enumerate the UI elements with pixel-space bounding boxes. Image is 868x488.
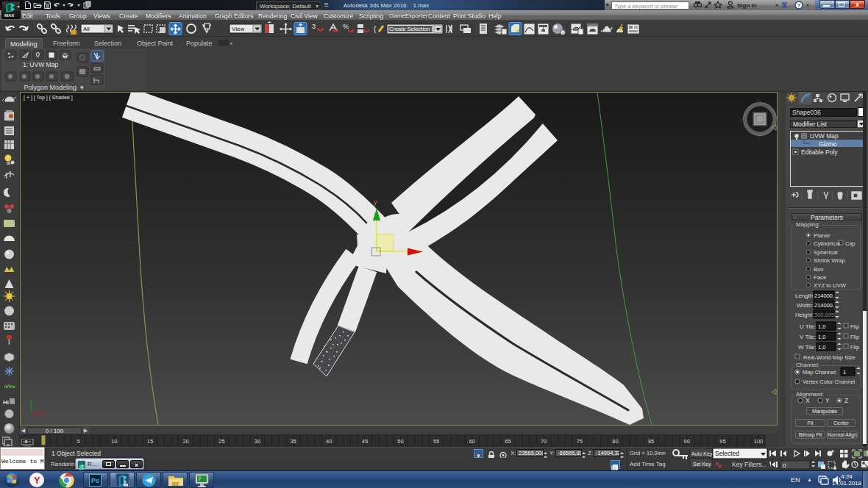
svg-text:Flip: Flip (850, 323, 859, 330)
svg-text:1,0: 1,0 (818, 334, 825, 340)
svg-text:%: % (343, 23, 349, 30)
svg-text:0: 0 (783, 462, 786, 469)
svg-text:Auto Key: Auto Key (691, 451, 713, 457)
svg-text:55: 55 (433, 438, 439, 445)
svg-text:U Tile:: U Tile: (800, 323, 817, 330)
svg-text:Face: Face (814, 274, 826, 281)
svg-text:60: 60 (469, 438, 475, 445)
svg-text:MAX: MAX (4, 13, 14, 18)
svg-text:Length:: Length: (795, 293, 815, 299)
svg-text:Selected: Selected (715, 450, 739, 457)
svg-text:80: 80 (612, 438, 618, 445)
svg-text:3: 3 (312, 23, 316, 30)
svg-text:Cap: Cap (845, 240, 855, 247)
svg-text:300,695: 300,695 (814, 312, 834, 318)
svg-text:45: 45 (362, 438, 368, 445)
svg-text:75: 75 (577, 438, 583, 445)
svg-text:Key Filters...: Key Filters... (732, 461, 766, 468)
svg-text:Real-World Map Size: Real-World Map Size (803, 354, 855, 361)
svg-text:30: 30 (255, 438, 260, 445)
svg-text:1,0: 1,0 (818, 323, 825, 330)
svg-text:95: 95 (719, 438, 725, 445)
svg-text:Set Key: Set Key (693, 462, 711, 467)
svg-text:Cylindrical: Cylindrical (814, 240, 840, 247)
svg-text:S: S (757, 136, 761, 141)
svg-text:Flip: Flip (850, 344, 859, 351)
svg-text:35: 35 (290, 438, 296, 445)
svg-text:W: W (740, 118, 745, 123)
svg-text:15: 15 (147, 438, 153, 445)
svg-text:65: 65 (505, 438, 511, 445)
svg-text:Hi: Hi (3, 399, 9, 406)
svg-text:XYZ to UVW: XYZ to UVW (814, 282, 847, 289)
svg-text:E: E (775, 118, 777, 123)
svg-text:All: All (83, 26, 90, 32)
svg-text:View: View (232, 26, 244, 32)
svg-text:Create Selection Set: Create Selection Set (389, 26, 441, 32)
svg-text:N: N (758, 98, 761, 104)
svg-text:10: 10 (111, 438, 117, 445)
svg-text:{: { (374, 25, 377, 33)
svg-text:85: 85 (648, 438, 654, 445)
svg-text:100: 100 (754, 438, 764, 445)
svg-text:Flip: Flip (850, 334, 859, 340)
svg-text:Height:: Height: (795, 312, 814, 318)
svg-text:?: ? (797, 2, 801, 9)
svg-text:Shrink Wrap: Shrink Wrap (814, 257, 845, 264)
svg-text:Sign In: Sign In (737, 2, 757, 9)
svg-text:1,0: 1,0 (818, 344, 825, 351)
svg-text:50: 50 (397, 438, 403, 445)
svg-text:Box: Box (814, 266, 824, 273)
svg-text:90: 90 (684, 438, 690, 445)
svg-text:25: 25 (218, 438, 224, 445)
svg-text:V Tile:: V Tile: (800, 334, 816, 340)
svg-text:214000,: 214000, (814, 293, 834, 299)
svg-text:40: 40 (326, 438, 332, 445)
svg-text:y: y (374, 198, 377, 206)
svg-text:5: 5 (77, 438, 80, 445)
svg-text:Planar: Planar (814, 232, 830, 239)
svg-text:214000,: 214000, (814, 302, 834, 309)
svg-text:20: 20 (182, 438, 188, 445)
svg-text:70: 70 (541, 438, 547, 445)
svg-text:Spherical: Spherical (814, 249, 838, 256)
svg-text:W Tile:: W Tile: (798, 344, 816, 351)
svg-text:Width:: Width: (797, 302, 814, 309)
svg-text:z: z (28, 412, 30, 417)
